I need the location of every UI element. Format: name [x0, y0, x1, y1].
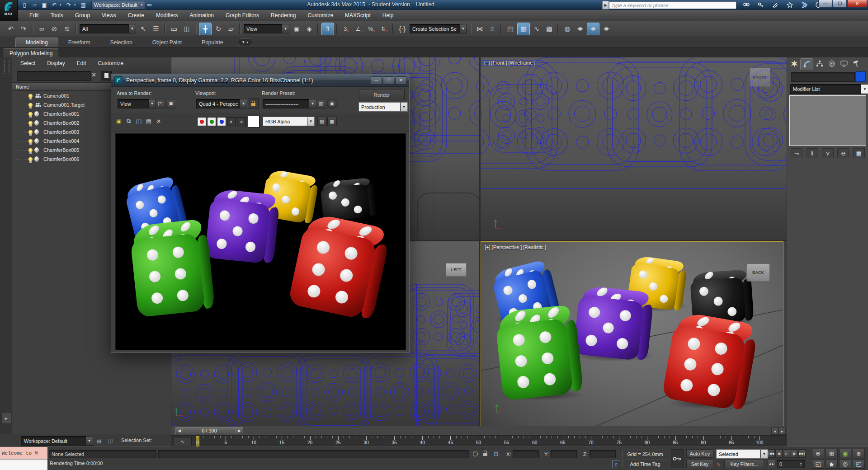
- new-scene-icon[interactable]: ▯: [20, 1, 29, 9]
- menu-modifiers[interactable]: Modifiers: [150, 12, 184, 19]
- visibility-bulb-icon[interactable]: [28, 112, 33, 116]
- manipulate-icon[interactable]: ◈: [303, 23, 315, 35]
- menu-help[interactable]: Help: [377, 12, 400, 19]
- scene-explorer-search-input[interactable]: [17, 71, 91, 81]
- alpha-channel-button[interactable]: ●: [237, 117, 246, 126]
- ribbon-more-button[interactable]: ▼ ▾: [238, 38, 252, 46]
- red-channel-button[interactable]: [197, 117, 206, 126]
- dope-sheet-icon[interactable]: ▩: [543, 23, 555, 35]
- select-object-icon[interactable]: ↖: [137, 23, 149, 35]
- clear-search-icon[interactable]: ✕: [91, 71, 96, 78]
- explorer-menu-edit[interactable]: Edit: [77, 60, 86, 66]
- rfw-minimize-button[interactable]: —: [371, 76, 382, 85]
- sign-in-icon[interactable]: [755, 0, 767, 9]
- max-application-button[interactable]: MAX: [0, 0, 18, 21]
- render-setup-icon[interactable]: [574, 23, 586, 35]
- pin-stack-button[interactable]: ⊸: [791, 148, 802, 158]
- configure-modifier-sets-button[interactable]: ▦: [853, 148, 865, 158]
- explorer-menu-display[interactable]: Display: [47, 60, 65, 66]
- menu-rendering[interactable]: Rendering: [265, 12, 302, 19]
- tab-motion[interactable]: [826, 58, 838, 69]
- viewcube-back[interactable]: BACK: [746, 263, 770, 282]
- coord-system-dropdown[interactable]: View▼: [244, 24, 289, 33]
- edit-region-icon[interactable]: ▣: [166, 99, 176, 108]
- z-coordinate-field[interactable]: [590, 450, 616, 458]
- time-slider[interactable]: ◀ 0 / 100 ▶ ◄ ►: [171, 426, 787, 436]
- communication-center-icon[interactable]: [769, 0, 781, 9]
- zoom-extents-button[interactable]: ▣: [839, 449, 851, 458]
- selection-lock-icon[interactable]: [483, 453, 487, 456]
- pan-button[interactable]: [826, 459, 838, 469]
- rfw-close-button[interactable]: ✕: [395, 76, 406, 85]
- trackbar-next-icon[interactable]: ►: [778, 428, 786, 435]
- object-name[interactable]: ChamferBox001: [43, 111, 80, 117]
- curve-editor-icon[interactable]: ∿: [531, 23, 542, 35]
- visibility-bulb-icon[interactable]: [28, 139, 33, 143]
- open-file-icon[interactable]: ▱: [30, 1, 39, 9]
- explorer-menu-select[interactable]: Select: [20, 60, 35, 66]
- select-link-icon[interactable]: ∞: [36, 23, 47, 35]
- object-name[interactable]: ChamferBox006: [43, 156, 80, 162]
- menu-edit[interactable]: Edit: [24, 12, 45, 19]
- undo-icon[interactable]: ↶: [5, 23, 17, 35]
- maximize-viewport-button[interactable]: ◰: [853, 459, 865, 469]
- viewcube-left[interactable]: LEFT: [446, 263, 467, 277]
- play-button[interactable]: ▷: [783, 449, 790, 458]
- bind-spacewarp-icon[interactable]: ≋: [61, 23, 73, 35]
- background-color-swatch[interactable]: [248, 116, 259, 127]
- undo-icon[interactable]: ↶: [50, 1, 59, 9]
- lock-viewport-icon[interactable]: [248, 98, 259, 109]
- named-set-dropdown[interactable]: Create Selection Se▼: [410, 24, 467, 33]
- viewport-perspective[interactable]: [+] [Perspective ] [Realistic ] BACK: [481, 241, 783, 427]
- viewport-front-label[interactable]: [+] [Front ] [Wireframe ]: [484, 60, 535, 66]
- ribbon-tab-modeling[interactable]: Modeling: [15, 38, 58, 47]
- render-production-icon[interactable]: [600, 23, 612, 35]
- next-frame-arrow[interactable]: ▶: [236, 427, 243, 434]
- go-to-start-button[interactable]: |◀◀: [768, 449, 775, 458]
- orbit-button[interactable]: ◎: [839, 459, 851, 469]
- clone-window-icon[interactable]: ◫: [134, 117, 143, 126]
- modifier-list-dropdown[interactable]: Modifier List ▼: [790, 84, 868, 94]
- viewport-front[interactable]: FRONT [+] [Front ] [Wireframe ]: [481, 57, 787, 240]
- mini-curve-editor-button[interactable]: ∿: [174, 437, 192, 446]
- rfw-maximize-button[interactable]: ❒: [383, 76, 394, 85]
- blue-channel-button[interactable]: [217, 117, 226, 126]
- object-name[interactable]: ChamferBox004: [43, 138, 80, 144]
- rendered-frame-icon[interactable]: [587, 23, 599, 35]
- angle-snap-icon[interactable]: ∠o: [353, 23, 365, 35]
- channel-display-dropdown[interactable]: RGB Alpha▼: [263, 117, 315, 126]
- coord-mode-icon[interactable]: ⊡: [494, 451, 498, 457]
- menu-maxscript[interactable]: MAXScript: [339, 12, 377, 19]
- render-mode-dropdown[interactable]: Production▼: [359, 102, 408, 112]
- rotate-icon[interactable]: ↻: [212, 23, 224, 35]
- maxscript-listener-white[interactable]: [0, 459, 47, 470]
- tab-polygon-modeling[interactable]: Polygon Modeling: [4, 48, 58, 57]
- panel-grip[interactable]: [4, 60, 9, 74]
- ribbon-tab-selection[interactable]: Selection: [100, 38, 142, 47]
- rect-region-icon[interactable]: ▭: [168, 23, 180, 35]
- zoom-all-button[interactable]: ⊞: [826, 449, 838, 458]
- object-name[interactable]: Camera001: [43, 93, 69, 99]
- trackbar-prev-icon[interactable]: ◄: [771, 428, 778, 435]
- menu-animation[interactable]: Animation: [184, 12, 220, 19]
- x-coordinate-field[interactable]: [513, 450, 539, 458]
- modifier-stack[interactable]: [789, 95, 866, 146]
- viewcube-front[interactable]: FRONT: [750, 68, 770, 87]
- ribbon-tab-object-paint[interactable]: Object Paint: [142, 38, 192, 47]
- tab-modify[interactable]: [800, 58, 813, 70]
- area-to-render-dropdown[interactable]: View▼: [118, 99, 156, 108]
- y-coordinate-field[interactable]: [551, 450, 577, 458]
- zoom-region-button[interactable]: ◱: [812, 459, 824, 469]
- redo-dropdown-arrow[interactable]: ▾: [74, 3, 78, 7]
- next-frame-button[interactable]: |▶: [791, 449, 798, 458]
- new-search-set-button[interactable]: [101, 71, 112, 80]
- expand-panel-button[interactable]: ▸: [1, 412, 11, 424]
- tab-hierarchy[interactable]: [813, 58, 826, 69]
- layers-icon[interactable]: ▤: [505, 23, 516, 35]
- ribbon-tab-freeform[interactable]: Freeform: [58, 38, 100, 47]
- minimize-button[interactable]: —: [818, 0, 832, 8]
- material-editor-icon[interactable]: ◍: [561, 23, 573, 35]
- object-name[interactable]: ChamferBox005: [43, 147, 80, 153]
- ribbon-tab-populate[interactable]: Populate: [192, 38, 233, 47]
- object-name[interactable]: ChamferBox003: [43, 129, 80, 135]
